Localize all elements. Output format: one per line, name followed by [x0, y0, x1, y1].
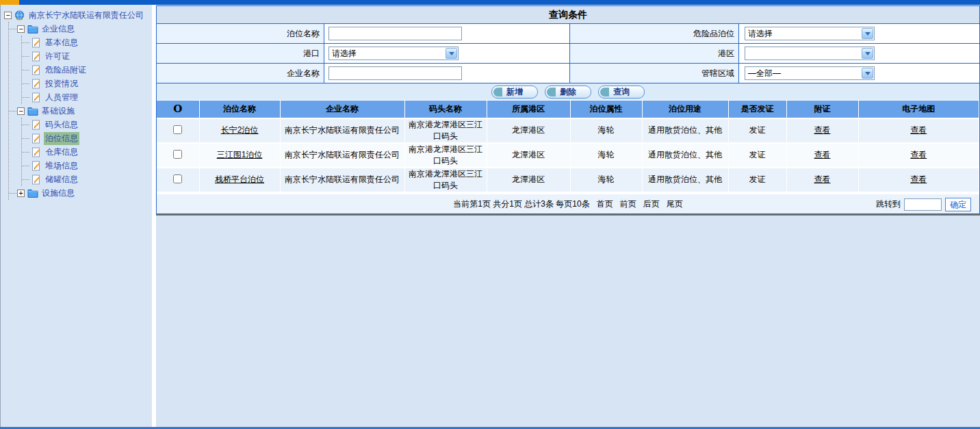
attach-view-link[interactable]: 查看 [814, 125, 831, 135]
tree-item-label[interactable]: 码头信息 [44, 118, 79, 131]
confirm-button[interactable]: 确定 [945, 198, 971, 211]
doc-icon [30, 119, 42, 130]
form-row: 港口 请选择 港区 [157, 43, 979, 63]
button-label: 新增 [506, 86, 523, 98]
main-content: 查询条件 泊位名称 危险品泊位 请选择 港口 请选择 港区 [156, 5, 980, 216]
tree-node: 堆场信息 [30, 159, 152, 172]
column-header: 泊位名称 [199, 101, 280, 118]
row-checkbox[interactable] [173, 150, 182, 159]
port-area-select[interactable] [745, 47, 875, 60]
berth-name-link[interactable]: 三江围1泊位 [217, 150, 263, 159]
berth-name-link[interactable]: 栈桥平台泊位 [215, 174, 264, 184]
navigation-tree: −南京长宁水陆联运有限责任公司−企业信息基本信息许可证危险品附证投资情况人员管理… [4, 8, 152, 200]
chevron-down-icon[interactable] [862, 28, 873, 39]
emap-view-link[interactable]: 查看 [910, 150, 927, 159]
attach-view-link[interactable]: 查看 [814, 174, 831, 184]
pagination-jump: 跳转到 确定 [876, 194, 971, 215]
tree-item[interactable]: 危险品附证 [30, 63, 152, 77]
tree-item-label[interactable]: 储罐信息 [44, 173, 79, 186]
row-checkbox[interactable] [173, 125, 182, 134]
tree-node: 基本信息 [30, 36, 152, 49]
tree-node: −企业信息基本信息许可证危险品附证投资情况人员管理 [17, 22, 152, 104]
emap-cell: 查看 [858, 118, 979, 143]
row-checkbox[interactable] [173, 174, 182, 183]
next-page-link[interactable]: 后页 [643, 198, 660, 210]
minus-expander-icon[interactable]: − [4, 12, 12, 19]
berth-name-cell: 长宁2泊位 [199, 118, 280, 143]
tree-item[interactable]: +设施信息 [17, 186, 152, 200]
doc-icon [30, 37, 42, 48]
table-row: 三江围1泊位南京长宁水陆联运有限责任公司南京港龙潭港区三江口码头龙潭港区海轮通用… [157, 143, 979, 168]
tree-item[interactable]: −南京长宁水陆联运有限责任公司 [4, 8, 152, 22]
chevron-down-icon[interactable] [862, 48, 873, 59]
tree-node: 人员管理 [30, 90, 152, 104]
berth-name-cell: 栈桥平台泊位 [199, 168, 280, 192]
tree-item[interactable]: 码头信息 [30, 118, 152, 131]
tree-item[interactable]: −企业信息 [17, 22, 152, 36]
tree-item-label[interactable]: 危险品附证 [44, 64, 88, 77]
tree-item-label[interactable]: 设施信息 [40, 187, 76, 200]
port-select[interactable]: 请选择 [328, 47, 459, 60]
certified-cell: 发证 [728, 143, 786, 168]
query-button[interactable]: 查询 [598, 86, 645, 99]
tree-item-label[interactable]: 企业信息 [40, 23, 76, 36]
attach-view-link[interactable]: 查看 [814, 150, 831, 159]
tree-node: 码头信息 [30, 118, 152, 131]
jump-page-input[interactable] [904, 198, 942, 211]
doc-icon [30, 146, 42, 157]
emap-view-link[interactable]: 查看 [910, 174, 927, 184]
page-title: 查询条件 [157, 6, 979, 23]
select-all-icon[interactable]: O [173, 103, 182, 115]
tree-item-label[interactable]: 南京长宁水陆联运有限责任公司 [27, 9, 145, 22]
tree-item[interactable]: 储罐信息 [30, 172, 152, 186]
berth-name-input[interactable] [328, 27, 462, 40]
button-cap-decoration [600, 88, 609, 96]
tree-item-label[interactable]: 仓库信息 [44, 146, 79, 159]
toolbar-buttons: 新增删除查询 [157, 83, 979, 100]
berth-usage-cell: 通用散货泊位、其他 [642, 168, 728, 192]
last-page-link[interactable]: 尾页 [667, 198, 683, 210]
chevron-down-icon[interactable] [862, 68, 873, 79]
tree-item[interactable]: −基础设施 [17, 104, 152, 118]
attach-cert-cell: 查看 [786, 143, 858, 168]
tree-item-label[interactable]: 基础设施 [40, 105, 76, 118]
minus-expander-icon[interactable]: − [17, 107, 25, 115]
tree-item-label[interactable]: 基本信息 [44, 36, 79, 49]
berth-table: O 泊位名称企业名称码头名称所属港区泊位属性泊位用途是否发证附证电子地图 长宁2… [157, 100, 979, 193]
minus-expander-icon[interactable]: − [17, 25, 25, 33]
add-button[interactable]: 新增 [491, 86, 538, 99]
tree-node: 投资情况 [30, 77, 152, 90]
tree-item[interactable]: 基本信息 [30, 36, 152, 49]
tree-item-label[interactable]: 泊位信息 [44, 132, 79, 145]
form-row: 泊位名称 危险品泊位 请选择 [157, 23, 979, 43]
tree-item[interactable]: 仓库信息 [30, 145, 152, 159]
plus-expander-icon[interactable]: + [17, 190, 25, 197]
tree-item-label[interactable]: 许可证 [44, 50, 71, 63]
tree-item-label[interactable]: 投资情况 [44, 77, 79, 90]
emap-view-link[interactable]: 查看 [910, 125, 927, 135]
doc-icon [30, 133, 42, 144]
tree-item[interactable]: 堆场信息 [30, 159, 152, 172]
company-name-input[interactable] [328, 66, 462, 80]
jurisdiction-select[interactable]: —全部— [745, 66, 875, 80]
emap-cell: 查看 [858, 143, 979, 168]
first-page-link[interactable]: 首页 [597, 198, 613, 210]
tree-item[interactable]: 许可证 [30, 49, 152, 63]
doc-icon [30, 64, 42, 75]
tree-item[interactable]: 投资情况 [30, 77, 152, 90]
dock-name-cell: 南京港龙潭港区三江口码头 [404, 118, 487, 143]
chevron-down-icon[interactable] [446, 48, 457, 59]
tree-item[interactable]: 泊位信息 [30, 131, 152, 145]
berth-name-link[interactable]: 长宁2泊位 [221, 125, 259, 135]
tree-item-label[interactable]: 人员管理 [44, 91, 79, 104]
dangerous-berth-select[interactable]: 请选择 [745, 27, 875, 40]
select-all-header[interactable]: O [157, 101, 199, 118]
column-header: 电子地图 [858, 101, 979, 118]
prev-page-link[interactable]: 前页 [620, 198, 636, 210]
tree-node: 储罐信息 [30, 172, 152, 186]
delete-button[interactable]: 删除 [545, 86, 591, 99]
tree-item[interactable]: 人员管理 [30, 90, 152, 104]
tree-item-label[interactable]: 堆场信息 [44, 159, 79, 172]
grid-body: 长宁2泊位南京长宁水陆联运有限责任公司南京港龙潭港区三江口码头龙潭港区海轮通用散… [157, 118, 979, 192]
doc-icon [30, 160, 42, 171]
